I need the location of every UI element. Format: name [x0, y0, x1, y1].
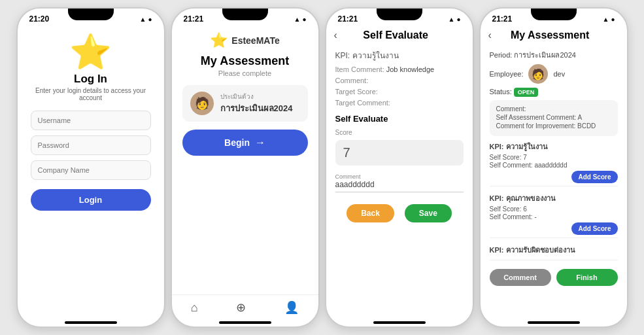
home-indicator-2 — [219, 321, 271, 324]
screen2-title: My Assessment — [182, 54, 308, 68]
login-subtitle: Enter your login details to access your … — [31, 87, 151, 101]
arrow-icon: → — [255, 137, 265, 149]
status-icons-3: ▲ ● — [449, 16, 461, 23]
kpi-block-3: KPI: ความรับผิดชอบต่องาน — [490, 244, 618, 260]
notch-1 — [68, 9, 114, 20]
bottom-actions: Comment Finish — [490, 269, 618, 286]
time-3: 21:21 — [338, 14, 358, 24]
status-field: Status: OPEN — [490, 88, 618, 97]
nav-globe-icon[interactable]: ⊕ — [236, 300, 246, 315]
assessment-body: ⭐ EsteeMATe My Assessment Please complet… — [172, 27, 318, 294]
wifi-icon-1: ▲ — [140, 16, 146, 23]
screen3-header: ‹ Self Evaluate — [326, 27, 473, 45]
assessment-card: 🧑 ประเมินด้วง การประเมินผล2024 — [182, 85, 308, 122]
comment-field-value: aaadddddd — [335, 180, 464, 189]
nav-home-icon[interactable]: ⌂ — [191, 301, 198, 315]
notch-3 — [377, 9, 422, 20]
screen4-header: ‹ My Assessment — [481, 27, 627, 45]
status-icons-4: ▲ ● — [603, 16, 615, 23]
card-label: ประเมินด้วง — [220, 92, 293, 101]
period-value: การประเมินผล2024 — [514, 51, 575, 59]
comment-button[interactable]: Comment — [490, 269, 551, 286]
screen1-content: ⭐ Log In Enter your login details to acc… — [18, 27, 164, 317]
kpi1-comment: Self Comment: aaadddddd — [490, 162, 618, 169]
status-icons-1: ▲ ● — [140, 16, 152, 23]
kpi2-comment: Self Comment: - — [490, 213, 618, 220]
comment-line-1: Comment: — [496, 105, 611, 113]
kpi3-title: KPI: ความรับผิดชอบต่องาน — [490, 244, 618, 256]
wifi-icon-2: ▲ — [294, 16, 301, 23]
username-input[interactable] — [31, 111, 151, 130]
screen4-body: Period: การประเมินผล2024 Employee: 🧑 dev… — [481, 45, 627, 317]
avatar-1: 🧑 — [190, 92, 214, 115]
comment-box: Comment aaadddddd — [335, 171, 464, 192]
improvement-label: Comment for Improvement: — [496, 122, 576, 130]
item-comment-label: Item Comment: — [335, 65, 384, 73]
company-input[interactable] — [31, 160, 151, 180]
wifi-icon-4: ▲ — [603, 16, 609, 23]
phone-3: 21:21 ▲ ● ‹ Self Evaluate KPI: ความรู้ใน… — [325, 7, 474, 328]
kpi1-score: Self Score: 7 — [490, 154, 618, 161]
item-comment-row: Item Comment: Job knowledge — [335, 65, 464, 73]
self-evaluate-section: Self Evaluate — [335, 114, 464, 124]
self-assessment-value: A — [578, 114, 583, 121]
comment-field-label: Comment — [335, 173, 464, 180]
home-indicator-3 — [373, 321, 426, 324]
wifi-icon-3: ▲ — [449, 16, 455, 23]
comment-label-3: Comment: — [335, 77, 369, 84]
employee-row: Employee: 🧑 dev — [490, 64, 618, 84]
employee-name: dev — [553, 70, 565, 78]
comment-line-3: Comment for Improvement: BCDD — [496, 122, 611, 130]
comment-line-2: Self Assessment Comment: A — [496, 114, 611, 121]
period-field: Period: การประเมินผล2024 — [490, 49, 618, 61]
employee-label: Employee: — [490, 70, 524, 78]
back-icon-3[interactable]: ‹ — [334, 29, 337, 41]
begin-button[interactable]: Begin → — [182, 130, 308, 156]
login-body: ⭐ Log In Enter your login details to acc… — [18, 27, 164, 317]
time-2: 21:21 — [184, 14, 204, 24]
score-section-label: Score — [335, 129, 464, 136]
begin-btn-label: Begin — [224, 137, 250, 148]
signal-icon-1: ● — [148, 16, 152, 23]
screen3-title: Self Evaluate — [343, 29, 449, 41]
notch-2 — [222, 9, 268, 20]
nav-person-icon[interactable]: 👤 — [284, 300, 299, 315]
comment-section: Comment: Self Assessment Comment: A Comm… — [490, 100, 618, 136]
save-button-3[interactable]: Save — [405, 204, 452, 222]
improvement-value: BCDD — [577, 122, 596, 130]
target-comment-row: Target Comment: — [335, 99, 464, 107]
signal-icon-2: ● — [302, 16, 306, 23]
card-value: การประเมินผล2024 — [220, 101, 293, 115]
period-label: Period: — [490, 51, 513, 59]
status-label: Status: — [490, 88, 512, 96]
signal-icon-4: ● — [611, 16, 615, 23]
status-icons-2: ▲ ● — [294, 16, 307, 23]
kpi-label-3: KPI: ความรู้ในงาน — [335, 49, 464, 62]
kpi2-title: KPI: คุณภาพของงาน — [490, 192, 618, 204]
back-button-3[interactable]: Back — [347, 204, 394, 222]
comment-row: Comment: — [335, 77, 464, 84]
star-icon: ⭐ — [69, 35, 112, 69]
self-assessment-label: Self Assessment Comment: — [496, 114, 577, 121]
bottom-nav: ⌂ ⊕ 👤 — [172, 294, 318, 317]
target-score-row: Target Score: — [335, 88, 464, 96]
login-button[interactable]: Login — [31, 189, 151, 211]
kpi1-add-score-button[interactable]: Add Score — [571, 171, 617, 183]
kpi2-score: Self Score: 6 — [490, 205, 618, 213]
time-1: 21:20 — [29, 14, 50, 24]
screen2-subtitle: Please complete — [182, 69, 308, 77]
screen3-body: KPI: ความรู้ในงาน Item Comment: Job know… — [326, 45, 473, 317]
app-name: EsteeMATe — [231, 35, 279, 46]
kpi2-add-score-button[interactable]: Add Score — [571, 222, 617, 235]
finish-button[interactable]: Finish — [556, 269, 618, 286]
password-input[interactable] — [31, 135, 151, 155]
phone-2: 21:21 ▲ ● ⭐ EsteeMATe My Assessment Plea… — [171, 7, 320, 328]
home-indicator-1 — [65, 321, 117, 324]
logo-star-icon: ⭐ — [210, 32, 228, 49]
back-icon-4[interactable]: ‹ — [488, 29, 492, 41]
home-indicator-4 — [528, 321, 580, 324]
score-value: 7 — [343, 145, 350, 160]
target-comment-label: Target Comment: — [335, 99, 390, 107]
time-4: 21:21 — [492, 14, 513, 24]
signal-icon-3: ● — [456, 16, 460, 23]
